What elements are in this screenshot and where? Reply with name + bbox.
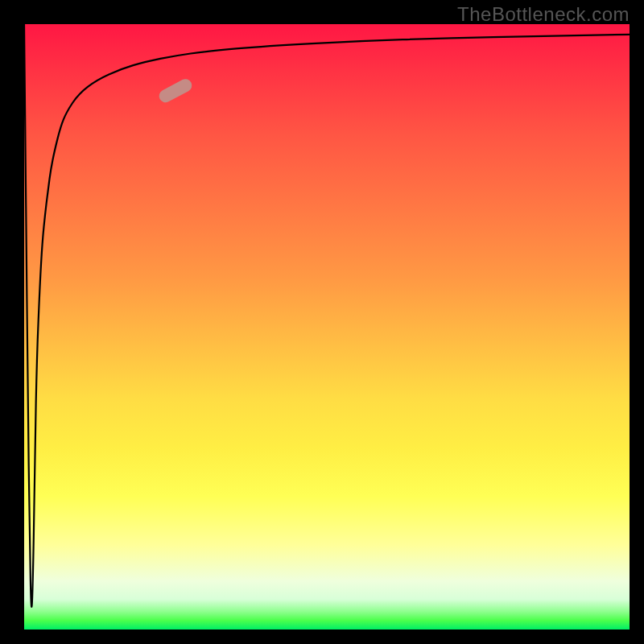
bottleneck-curve <box>24 24 630 607</box>
credit-label: TheBottleneck.com <box>457 3 630 26</box>
curve-marker-pill <box>157 76 194 105</box>
curve-marker <box>157 76 194 105</box>
chart-svg <box>24 24 630 630</box>
chart-frame: TheBottleneck.com <box>0 0 644 644</box>
chart-plot-area <box>24 24 630 630</box>
